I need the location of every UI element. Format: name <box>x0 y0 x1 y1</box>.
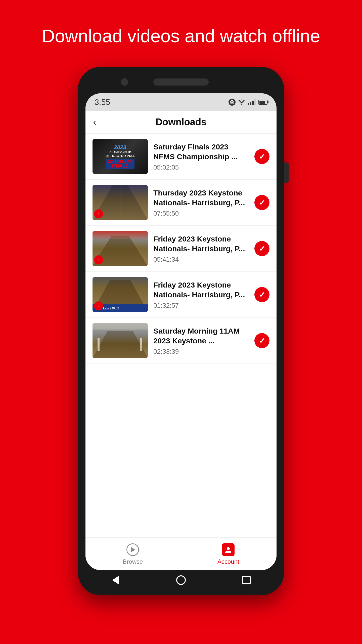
svg-rect-15 <box>98 338 100 351</box>
phone-screen: 3:55 <box>85 93 277 570</box>
account-icon <box>221 543 235 557</box>
volume-button <box>284 163 289 183</box>
video-thumbnail: X <box>93 185 148 220</box>
video-title: Thursday 2023 Keystone Nationals- Harris… <box>153 188 249 208</box>
video-info: Saturday Morning 11AM 2023 Keystone ... … <box>153 326 249 355</box>
video-thumbnail <box>93 323 148 358</box>
svg-point-18 <box>227 547 230 550</box>
back-button[interactable]: ‹ <box>93 116 96 128</box>
svg-rect-17 <box>93 323 148 330</box>
thumb-year: 2023 <box>114 144 126 151</box>
hero-title: Download videos and watch offline <box>27 25 335 47</box>
video-info: Friday 2023 Keystone Nationals- Harrisbu… <box>153 234 249 263</box>
phone-speaker <box>153 78 209 86</box>
svg-point-1 <box>231 101 233 103</box>
download-check-icon: ✓ <box>254 195 269 210</box>
battery-icon <box>258 100 267 105</box>
video-duration: 01:32:57 <box>153 302 249 309</box>
status-time: 3:55 <box>95 98 110 107</box>
video-duration: 05:41:34 <box>153 256 249 263</box>
video-title: Friday 2023 Keystone Nationals- Harrisbu… <box>153 234 249 254</box>
status-bar: 3:55 <box>85 93 277 111</box>
signal-icon <box>248 99 256 105</box>
downloads-header: ‹ Downloads <box>85 111 277 134</box>
video-thumbnail: Chad Lam 240.52 X <box>93 277 148 312</box>
svg-rect-16 <box>140 338 142 351</box>
video-title: Saturday Finals 2023 NFMS Championship .… <box>153 142 249 162</box>
account-label: Account <box>217 558 239 565</box>
video-duration: 07:55:50 <box>153 210 249 217</box>
list-item[interactable]: X Thursday 2023 Keystone Nationals- Harr… <box>85 180 277 226</box>
list-item[interactable]: Chad Lam 240.52 X Friday 2023 Keystone N… <box>85 272 277 318</box>
list-item[interactable]: Saturday Morning 11AM 2023 Keystone ... … <box>85 318 277 364</box>
front-camera <box>121 78 128 86</box>
video-info: Thursday 2023 Keystone Nationals- Harris… <box>153 188 249 217</box>
phone-nav-buttons <box>83 570 279 590</box>
phone-top-bar <box>83 72 279 92</box>
download-list: 2023 CHAMPIONSHIP 🚜 TRACTOR PULL SATURDA… <box>85 134 277 537</box>
media-status-icon <box>229 99 236 106</box>
browse-label: Browse <box>123 558 143 565</box>
status-icons <box>229 99 267 106</box>
browse-nav-item[interactable]: Browse <box>123 543 143 565</box>
phone-device: 3:55 <box>78 67 284 595</box>
video-thumbnail: X <box>93 231 148 266</box>
download-check-icon: ✓ <box>254 149 269 164</box>
bottom-navigation: Browse Account <box>85 537 277 570</box>
download-check-icon: ✓ <box>254 287 269 302</box>
video-title: Saturday Morning 11AM 2023 Keystone ... <box>153 326 249 346</box>
video-info: Saturday Finals 2023 NFMS Championship .… <box>153 142 249 171</box>
svg-rect-8 <box>93 231 148 239</box>
download-check-icon: ✓ <box>254 241 269 256</box>
home-hardware-button[interactable] <box>175 574 187 586</box>
page-title: Downloads <box>156 117 207 128</box>
download-check-icon: ✓ <box>254 333 269 348</box>
app-content: ‹ Downloads 2023 CHAMPIONSHIP 🚜 TRACTOR … <box>85 111 277 570</box>
back-hardware-button[interactable] <box>109 574 122 586</box>
svg-point-2 <box>241 104 242 105</box>
account-nav-item[interactable]: Account <box>217 543 239 565</box>
video-duration: 05:02:05 <box>153 164 249 171</box>
list-item[interactable]: X Friday 2023 Keystone Nationals- Harris… <box>85 226 277 272</box>
video-info: Friday 2023 Keystone Nationals- Harrisbu… <box>153 280 249 309</box>
wifi-icon <box>238 99 245 105</box>
list-item[interactable]: 2023 CHAMPIONSHIP 🚜 TRACTOR PULL SATURDA… <box>85 134 277 180</box>
video-title: Friday 2023 Keystone Nationals- Harrisbu… <box>153 280 249 300</box>
recents-hardware-button[interactable] <box>240 574 253 586</box>
video-duration: 02:33:39 <box>153 348 249 355</box>
browse-icon <box>126 543 140 557</box>
video-thumbnail: 2023 CHAMPIONSHIP 🚜 TRACTOR PULL SATURDA… <box>93 139 148 174</box>
